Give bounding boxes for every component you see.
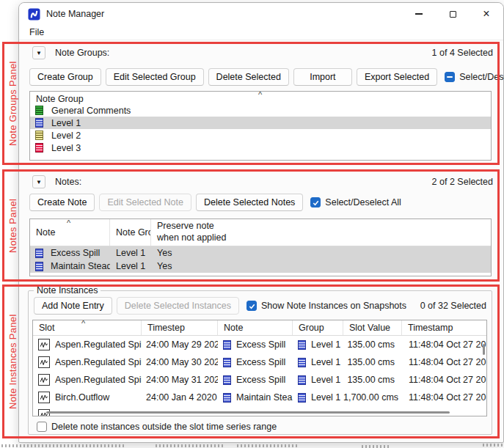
- add-note-entry-button[interactable]: Add Note Entry: [34, 297, 112, 315]
- timestep-value: 24:00 May 30 2020: [142, 357, 218, 367]
- create-note-button[interactable]: Create Note: [29, 194, 95, 211]
- series-slot-icon: [38, 356, 50, 368]
- note-name: Maintain Steady Flow: [51, 261, 110, 271]
- screenshot-root: { "window": { "title": "Note Manager", "…: [0, 0, 504, 448]
- vertical-scrollbar[interactable]: [483, 344, 485, 355]
- triangle-down-icon: ▼: [36, 50, 42, 56]
- column-header-timestep[interactable]: Timestep: [142, 320, 218, 335]
- instance-row[interactable]: Birch.Outflow 24:00 Jan 4 2020 Maintain …: [33, 389, 486, 406]
- cut-off-text-fragment: [483, 444, 503, 447]
- column-header-note[interactable]: Note: [218, 320, 293, 335]
- notes-select-all-checkbox[interactable]: Select/Deselect All: [310, 197, 401, 208]
- group-icon-blue: [298, 340, 306, 350]
- groups-select-all-checkbox[interactable]: Select/Deselect All: [445, 72, 504, 82]
- groups-select-all-label: Select/Deselect All: [459, 72, 504, 82]
- create-group-button[interactable]: Create Group: [29, 68, 101, 86]
- note-name: Excess Spill: [236, 357, 285, 367]
- series-slot-icon: [38, 392, 50, 403]
- import-button[interactable]: Import: [293, 68, 352, 86]
- notes-table-header: Note Note Group Preserve note when not a…: [30, 219, 491, 246]
- note-name: Excess Spill: [51, 248, 100, 258]
- series-slot-icon: [38, 339, 50, 350]
- show-note-instances-checkbox[interactable]: Show Note Instances on Snapshots: [246, 301, 406, 311]
- cut-off-text-fragment: [362, 445, 391, 448]
- export-selected-button[interactable]: Export Selected: [357, 68, 437, 86]
- column-header-timestamp[interactable]: Timestamp: [402, 320, 486, 335]
- delete-selected-button[interactable]: Delete Selected: [208, 68, 289, 86]
- delete-outside-range-checkbox[interactable]: Delete note instances outside the slot t…: [37, 422, 277, 432]
- instance-row[interactable]: Aspen.Regulated Spill 24:00 May 29 2020 …: [33, 336, 486, 353]
- instances-table-header: Slot Timestep Note Group Slot Value Time…: [33, 320, 486, 336]
- note-group-label: General Comments: [51, 106, 131, 116]
- sort-indicator-icon: ^: [67, 220, 70, 226]
- notes-collapse-button[interactable]: ▼: [32, 175, 45, 188]
- slot-name: Aspen.Regulated Spill: [55, 375, 142, 385]
- slot-value: 135.00 cms: [343, 375, 402, 385]
- note-row-maintain-steady-flow[interactable]: Maintain Steady Flow Level 1 Yes: [30, 260, 491, 273]
- series-slot-icon: [38, 374, 50, 386]
- timestamp-value: 11:48:04 Oct 27 20: [402, 357, 486, 367]
- group-name: Level 1: [311, 375, 340, 385]
- note-icon-blue: [223, 375, 231, 385]
- note-row-excess-spill[interactable]: Excess Spill Level 1 Yes: [30, 246, 491, 260]
- notes-select-all-label: Select/Deselect All: [325, 197, 401, 208]
- group-name: Level 1: [311, 392, 340, 403]
- close-button[interactable]: ×: [470, 3, 503, 25]
- delete-selected-instances-button[interactable]: Delete Selected Instances: [117, 297, 239, 315]
- column-header-group[interactable]: Group: [293, 320, 343, 335]
- checked-checkbox-icon: [246, 301, 257, 311]
- unchecked-checkbox-icon: [37, 422, 47, 432]
- note-groups-table: ^ Note Group General Comments Level 1 Le…: [29, 91, 492, 161]
- notes-title: Notes:: [55, 177, 81, 187]
- column-header-slot[interactable]: Slot: [33, 320, 142, 335]
- partially-checked-checkbox-icon: [445, 72, 455, 82]
- note-group-row-level-3[interactable]: Level 3: [30, 142, 491, 154]
- cut-off-text-fragment: [156, 444, 225, 447]
- notes-panel-annotation-label: Notes Panel: [5, 169, 20, 282]
- column-header-slot-value[interactable]: Slot Value: [343, 320, 402, 335]
- slot-name: Aspen.Regulated Spill: [55, 357, 142, 367]
- timestamp-value: 11:48:04 Oct 27 20: [402, 375, 486, 385]
- horizontal-scrollbar[interactable]: [46, 411, 450, 414]
- note-group-row-level-1[interactable]: Level 1: [30, 117, 491, 129]
- delete-selected-notes-button[interactable]: Delete Selected Notes: [196, 194, 303, 211]
- timestep-value: 24:00 May 29 2020: [142, 339, 218, 350]
- note-groups-collapse-button[interactable]: ▼: [32, 46, 45, 59]
- slot-value: 135.00 cms: [343, 357, 402, 367]
- menu-file[interactable]: File: [23, 26, 50, 39]
- notes-buttons: Create Note Edit Selected Note Delete Se…: [29, 194, 493, 211]
- note-group-row-general-comments[interactable]: General Comments: [30, 104, 491, 117]
- edit-selected-note-button[interactable]: Edit Selected Note: [99, 194, 191, 211]
- minimize-button[interactable]: [402, 3, 436, 25]
- close-icon: ×: [483, 8, 489, 20]
- note-icon-blue: [223, 358, 231, 367]
- timestamp-value: 11:48:04 Oct 27 20: [402, 392, 486, 403]
- cut-off-text-fragment: [1, 444, 126, 447]
- instance-row[interactable]: Aspen.Regulated Spill 24:00 May 30 2020 …: [33, 353, 486, 371]
- notes-header: ▼ Notes: 2 of 2 Selected: [32, 175, 493, 189]
- edit-selected-group-button[interactable]: Edit Selected Group: [106, 68, 204, 86]
- checked-checkbox-icon: [310, 197, 321, 208]
- app-icon: [28, 8, 40, 21]
- slot-value: 1,700.00 cms: [343, 392, 402, 403]
- note-groups-title: Note Groups:: [55, 48, 109, 58]
- note-group-label: Level 2: [51, 131, 81, 141]
- note-group-icon-green: [35, 106, 43, 115]
- column-header-preserve-note[interactable]: Preserve note when not applied: [151, 219, 491, 246]
- note-groups-panel-annotation-label: Note Groups Panel: [5, 42, 20, 165]
- note-instances-groupbox-title: Note Instances: [34, 285, 101, 295]
- note-group-icon-yellow: [35, 131, 43, 140]
- timestamp-value: 11:48:04 Oct 27 20: [402, 339, 486, 350]
- column-header-note-group[interactable]: Note Group: [110, 219, 151, 246]
- note-group-label: Level 3: [51, 143, 81, 153]
- maximize-button[interactable]: [436, 3, 470, 25]
- triangle-down-icon: ▼: [36, 179, 42, 186]
- slot-name: Birch.Outflow: [55, 392, 109, 403]
- note-group-row-level-2[interactable]: Level 2: [30, 129, 491, 142]
- instances-selection-count: 0 of 32 Selected: [420, 301, 486, 311]
- group-icon-blue: [298, 358, 306, 367]
- note-groups-header: ▼ Note Groups: 1 of 4 Selected: [32, 45, 493, 60]
- note-groups-selection-count: 1 of 4 Selected: [432, 48, 493, 58]
- note-instances-buttons: Add Note Entry Delete Selected Instances…: [34, 297, 486, 315]
- instance-row[interactable]: Aspen.Regulated Spill 24:00 May 31 2020 …: [33, 371, 486, 389]
